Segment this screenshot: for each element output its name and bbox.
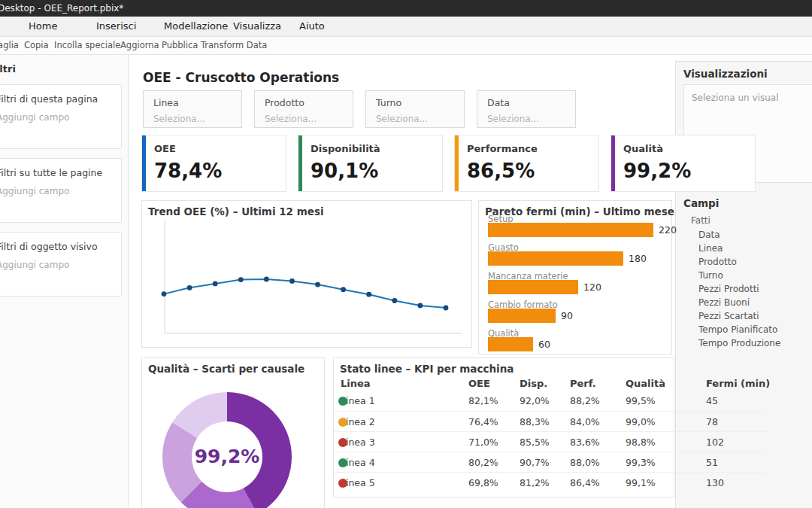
pareto-bar[interactable] <box>488 280 578 294</box>
pareto-chart-title: Pareto fermi (min) – Ultimo mese <box>485 205 674 217</box>
table-cell-fermi: 78 <box>706 416 718 427</box>
slicer-turno[interactable]: TurnoSeleziona... <box>365 90 465 128</box>
table-cell-disp: 81,2% <box>520 477 550 488</box>
fields-title: Campi <box>683 197 719 209</box>
trend-chart-title: Trend OEE (%) – Ultimi 12 mesi <box>148 205 324 217</box>
table-cell-fermi: 45 <box>706 395 718 406</box>
table-cell-fermi: 51 <box>706 457 718 468</box>
kpi-card-performance[interactable]: Performance86,5% <box>454 135 599 192</box>
toolbar-item-taglia[interactable]: Taglia <box>0 37 19 54</box>
pareto-chart[interactable]: Pareto fermi (min) – Ultimo mese Setup22… <box>478 200 672 354</box>
kpi-table[interactable]: Stato linee – KPI per macchina LineaOEED… <box>333 357 674 497</box>
kpi-value: 99,2% <box>623 160 691 182</box>
status-dot-red <box>338 479 347 488</box>
pareto-bar[interactable] <box>488 309 556 323</box>
table-row[interactable]: Linea 182,1%92,0%88,2%99,5%45 <box>334 391 766 411</box>
table-row[interactable]: Linea 276,4%88,3%84,0%99,0%78 <box>334 411 766 432</box>
table-header-fermi-min: Fermi (min) <box>706 378 770 389</box>
field-item-prodotto[interactable]: Prodotto <box>698 255 737 269</box>
filter-box-1: Filtri su tutte le pagineAggiungi campo <box>0 158 122 223</box>
menu-item-visualizza[interactable]: Visualizza <box>233 17 281 36</box>
field-item-data[interactable]: Data <box>698 228 720 242</box>
table-row[interactable]: Linea 569,8%81,2%86,4%99,1%130 <box>334 472 766 493</box>
status-dot-red <box>338 438 347 447</box>
filter-box-2: Filtri di oggetto visivoAggiungi campo <box>0 232 122 297</box>
filter-drop-target[interactable]: Aggiungi campo <box>0 260 121 270</box>
pareto-bar[interactable] <box>488 251 623 266</box>
donut-chart-title: Qualità – Scarti per causale <box>148 363 304 375</box>
field-item-turno[interactable]: Turno <box>698 269 723 282</box>
pareto-value-label: 220 <box>659 223 677 237</box>
table-cell-fermi: 130 <box>706 477 724 488</box>
filter-box-title: Filtri di oggetto visivo <box>0 241 121 252</box>
field-item-tempo-pianificato[interactable]: Tempo Pianificato <box>698 323 777 336</box>
table-cell-disp: 92,0% <box>520 395 550 406</box>
toolbar-item-incolla-speciale[interactable]: Incolla speciale <box>54 37 120 54</box>
table-row[interactable]: Linea 480,2%90,7%88,0%99,3%51 <box>334 452 766 473</box>
ribbon-toolbar: TagliaCopiaIncolla specialeAggiornaPubbl… <box>0 37 812 55</box>
field-item-tempo-produzione[interactable]: Tempo Produzione <box>698 336 780 350</box>
filter-drop-target[interactable]: Aggiungi campo <box>0 186 121 196</box>
field-item-linea[interactable]: Linea <box>698 242 723 255</box>
kpi-value: 90,1% <box>311 160 378 182</box>
table-cell-disp: 88,3% <box>520 416 550 427</box>
kpi-label: Qualità <box>623 143 663 154</box>
table-cell-perf: 86,4% <box>570 477 600 488</box>
kpi-accent-bar <box>142 135 146 191</box>
pareto-bar[interactable] <box>488 223 653 237</box>
kpi-label: OEE <box>154 143 176 154</box>
donut-chart[interactable]: Qualità – Scarti per causale 99,2% <box>141 357 325 508</box>
visual-picker-placeholder: Seleziona un visual <box>692 93 812 103</box>
status-dot-amber <box>338 418 347 427</box>
slicer-label: Linea <box>153 97 241 108</box>
filter-box-title: Filtri su tutte le pagine <box>0 167 121 178</box>
table-cell-oee: 80,2% <box>468 457 498 468</box>
kpi-accent-bar <box>298 135 302 191</box>
toolbar-item-transform-data[interactable]: Transform Data <box>201 37 267 54</box>
fields-table-name[interactable]: Fatti <box>691 215 710 226</box>
table-header-disp: Disp. <box>520 378 547 389</box>
toolbar-item-copia[interactable]: Copia <box>24 37 49 54</box>
pareto-bar[interactable] <box>488 337 533 351</box>
page-title: OEE - Cruscotto Operations <box>143 70 339 85</box>
menu-item-aiuto[interactable]: Aiuto <box>299 17 325 36</box>
filter-drop-target[interactable]: Aggiungi campo <box>0 112 121 123</box>
kpi-label: Performance <box>467 143 538 154</box>
table-cell-oee: 76,4% <box>468 416 498 427</box>
slicer-label: Prodotto <box>265 97 353 108</box>
pareto-value-label: 180 <box>629 251 647 266</box>
filter-box-0: Filtri di questa paginaAggiungi campo <box>0 84 122 149</box>
table-cell-qualita: 99,0% <box>626 416 656 427</box>
pareto-value-label: 120 <box>583 280 601 294</box>
kpi-accent-bar <box>611 135 615 191</box>
slicer-data[interactable]: DataSeleziona... <box>477 90 576 128</box>
menu-item-modellazione[interactable]: Modellazione <box>164 17 228 36</box>
kpi-card-oee[interactable]: OEE78,4% <box>141 135 286 192</box>
kpi-card-qualit[interactable]: Qualità99,2% <box>611 135 756 192</box>
table-header-linea: Linea <box>341 378 371 389</box>
table-cell-qualita: 98,8% <box>626 437 656 448</box>
slicer-linea[interactable]: LineaSeleziona... <box>143 90 242 128</box>
menu-item-home[interactable]: Home <box>29 17 57 36</box>
table-row[interactable]: Linea 371,0%85,5%83,6%98,8%102 <box>334 431 766 452</box>
window-title: Desktop - OEE_Report.pbix* <box>0 0 123 17</box>
table-header-oee: OEE <box>468 378 490 389</box>
table-cell-perf: 83,6% <box>570 437 600 448</box>
table-cell-oee: 69,8% <box>468 477 498 488</box>
menu-item-inserisci[interactable]: Inserisci <box>96 17 136 36</box>
table-cell-qualita: 99,1% <box>626 477 656 488</box>
field-item-pezzi-buoni[interactable]: Pezzi Buoni <box>698 296 750 309</box>
table-cell-oee: 82,1% <box>468 395 498 406</box>
toolbar-item-aggiorna[interactable]: Aggiorna <box>120 37 159 54</box>
trend-chart[interactable]: Trend OEE (%) – Ultimi 12 mesi <box>141 200 472 348</box>
slicer-label: Data <box>487 97 575 108</box>
table-cell-qualita: 99,3% <box>626 457 656 468</box>
field-item-pezzi-prodotti[interactable]: Pezzi Prodotti <box>698 282 759 296</box>
slicer-prodotto[interactable]: ProdottoSeleziona... <box>254 90 353 128</box>
pareto-value-label: 90 <box>561 309 573 323</box>
toolbar-item-pubblica[interactable]: Pubblica <box>162 37 198 54</box>
kpi-card-disponibilit[interactable]: Disponibilità90,1% <box>298 135 443 192</box>
field-item-pezzi-scartati[interactable]: Pezzi Scartati <box>698 309 759 323</box>
table-cell-qualita: 99,5% <box>626 395 656 406</box>
kpi-accent-bar <box>455 135 459 191</box>
